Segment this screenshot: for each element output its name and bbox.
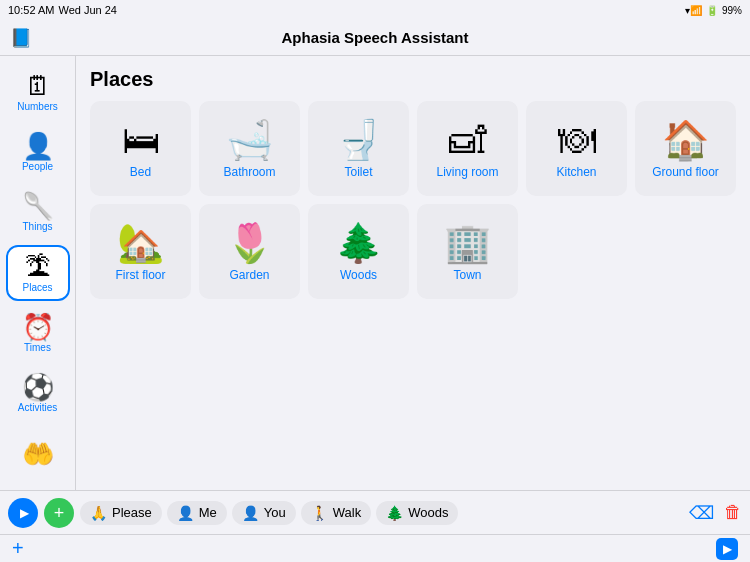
first-floor-icon: 🏡 (117, 224, 164, 262)
things-icon: 🥄 (22, 193, 54, 219)
toilet-icon: 🚽 (335, 121, 382, 159)
garden-icon: 🌷 (226, 224, 273, 262)
sidebar-label-people: People (22, 161, 53, 172)
kitchen-label: Kitchen (556, 165, 596, 179)
times-icon: ⏰ (22, 314, 54, 340)
card-empty-1 (526, 204, 627, 299)
chip-me-label: Me (199, 505, 217, 520)
sidebar-item-people[interactable]: 👤 People (6, 124, 70, 180)
bed-label: Bed (130, 165, 151, 179)
main-layout: 🗓 Numbers 👤 People 🥄 Things 🏝 Places ⏰ T… (0, 56, 750, 490)
woods-label: Woods (340, 268, 377, 282)
sidebar-label-things: Things (22, 221, 52, 232)
sidebar-label-places: Places (22, 282, 52, 293)
status-date: Wed Jun 24 (58, 4, 117, 16)
sidebar-item-places[interactable]: 🏝 Places (6, 245, 70, 302)
play-button[interactable] (8, 498, 38, 528)
wifi-icon: ▾📶 (685, 5, 702, 16)
bed-icon: 🛏 (122, 121, 160, 159)
chip-me[interactable]: 👤 Me (167, 501, 227, 525)
bottom-add-button[interactable]: + (12, 537, 24, 560)
sidebar: 🗓 Numbers 👤 People 🥄 Things 🏝 Places ⏰ T… (0, 56, 76, 490)
you-icon: 👤 (242, 505, 259, 521)
please-icon: 🙏 (90, 505, 107, 521)
ground-floor-label: Ground floor (652, 165, 719, 179)
sidebar-label-activities: Activities (18, 402, 57, 413)
numbers-icon: 🗓 (25, 73, 51, 99)
garden-label: Garden (229, 268, 269, 282)
living-room-label: Living room (436, 165, 498, 179)
card-first-floor[interactable]: 🏡 First floor (90, 204, 191, 299)
delete-button[interactable]: 🗑 (724, 502, 742, 523)
chip-please-label: Please (112, 505, 152, 520)
town-icon: 🏢 (444, 224, 491, 262)
backspace-button[interactable]: ⌫ (689, 502, 714, 524)
card-empty-2 (635, 204, 736, 299)
content-area: Places 🛏 Bed 🛁 Bathroom 🚽 Toilet 🛋 Livin… (76, 56, 750, 490)
page-title: Places (90, 68, 736, 91)
card-living-room[interactable]: 🛋 Living room (417, 101, 518, 196)
card-garden[interactable]: 🌷 Garden (199, 204, 300, 299)
nav-bar: 📘 Aphasia Speech Assistant (0, 20, 750, 56)
card-ground-floor[interactable]: 🏠 Ground floor (635, 101, 736, 196)
chip-please[interactable]: 🙏 Please (80, 501, 162, 525)
kitchen-icon: 🍽 (558, 121, 596, 159)
nav-title: Aphasia Speech Assistant (281, 29, 468, 46)
status-time: 10:52 AM (8, 4, 54, 16)
bathroom-label: Bathroom (223, 165, 275, 179)
card-woods[interactable]: 🌲 Woods (308, 204, 409, 299)
walk-icon: 🚶 (311, 505, 328, 521)
sidebar-item-activities[interactable]: ⚽ Activities (6, 366, 70, 422)
chip-woods[interactable]: 🌲 Woods (376, 501, 458, 525)
chip-you-label: You (264, 505, 286, 520)
bottom-bar: + ▶ (0, 534, 750, 562)
sidebar-item-times[interactable]: ⏰ Times (6, 305, 70, 361)
sidebar-label-times: Times (24, 342, 51, 353)
battery-level: 99% (722, 5, 742, 16)
bathroom-icon: 🛁 (226, 121, 273, 159)
woods-icon: 🌲 (335, 224, 382, 262)
town-label: Town (453, 268, 481, 282)
chip-list: 🙏 Please 👤 Me 👤 You 🚶 Walk 🌲 Woods (80, 501, 683, 525)
places-grid-row2: 🏡 First floor 🌷 Garden 🌲 Woods 🏢 Town (90, 204, 736, 299)
chip-walk-label: Walk (333, 505, 361, 520)
sidebar-item-numbers[interactable]: 🗓 Numbers (6, 64, 70, 120)
card-town[interactable]: 🏢 Town (417, 204, 518, 299)
chip-walk[interactable]: 🚶 Walk (301, 501, 371, 525)
first-floor-label: First floor (115, 268, 165, 282)
add-chip-button[interactable]: + (44, 498, 74, 528)
places-grid-row1: 🛏 Bed 🛁 Bathroom 🚽 Toilet 🛋 Living room … (90, 101, 736, 196)
battery-icon: 🔋 (706, 5, 718, 16)
card-bathroom[interactable]: 🛁 Bathroom (199, 101, 300, 196)
sidebar-item-more[interactable]: 🤲 (6, 426, 70, 482)
bottom-play-button[interactable]: ▶ (716, 538, 738, 560)
toilet-label: Toilet (344, 165, 372, 179)
living-room-icon: 🛋 (449, 121, 487, 159)
book-icon[interactable]: 📘 (10, 27, 32, 49)
status-left: 10:52 AM Wed Jun 24 (8, 4, 117, 16)
me-icon: 👤 (177, 505, 194, 521)
ground-floor-icon: 🏠 (662, 121, 709, 159)
sidebar-item-things[interactable]: 🥄 Things (6, 184, 70, 240)
more-icon: 🤲 (22, 441, 54, 467)
card-bed[interactable]: 🛏 Bed (90, 101, 191, 196)
card-toilet[interactable]: 🚽 Toilet (308, 101, 409, 196)
bottom-toolbar: + 🙏 Please 👤 Me 👤 You 🚶 Walk 🌲 Woods ⌫ 🗑 (0, 490, 750, 534)
card-kitchen[interactable]: 🍽 Kitchen (526, 101, 627, 196)
people-icon: 👤 (22, 133, 54, 159)
woods-chip-icon: 🌲 (386, 505, 403, 521)
places-icon: 🏝 (25, 254, 51, 280)
toolbar-right: ⌫ 🗑 (689, 502, 742, 524)
chip-woods-label: Woods (408, 505, 448, 520)
status-bar: 10:52 AM Wed Jun 24 ▾📶 🔋 99% (0, 0, 750, 20)
sidebar-label-numbers: Numbers (17, 101, 58, 112)
status-right: ▾📶 🔋 99% (685, 5, 742, 16)
chip-you[interactable]: 👤 You (232, 501, 296, 525)
activities-icon: ⚽ (22, 374, 54, 400)
